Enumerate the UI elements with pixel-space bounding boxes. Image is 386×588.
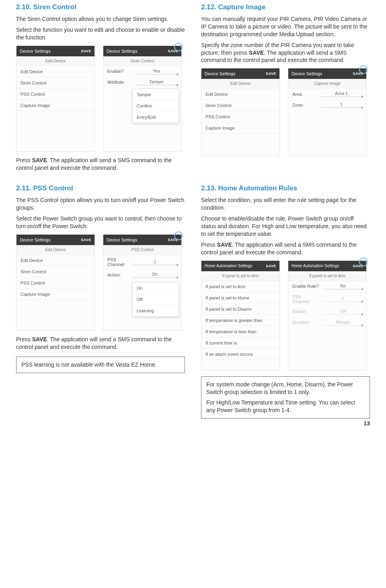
menu-item[interactable]: Learning — [133, 305, 179, 316]
label: PSS Channel: — [292, 294, 320, 304]
fig-210-left: Device Settings SAVE Edit Device Edit De… — [16, 45, 95, 152]
list-item[interactable]: Edit Device — [201, 89, 279, 100]
field-pss-channel[interactable]: PSS Channel: 1 — [103, 255, 181, 269]
fig-212-left: Device Settings SAVE Edit Device Edit De… — [201, 68, 280, 157]
app-header: Home Automation Settings SAVE — [201, 261, 279, 271]
value[interactable]: On — [132, 272, 177, 278]
fig-213-left: Home Automation Settings SAVE If panel i… — [201, 260, 280, 371]
label: Enable Rule? — [292, 284, 320, 289]
fig-212-right: Device Settings SAVE Capture Image Area:… — [288, 68, 367, 157]
label: PSS Channel: — [107, 257, 128, 267]
list-item[interactable]: If panel is set to Arm — [201, 281, 279, 292]
label: Attribute: — [107, 80, 131, 85]
subheader: Edit Device — [201, 79, 279, 89]
menu-item[interactable]: Confirm — [133, 100, 179, 111]
label: Zone: — [292, 103, 316, 107]
app-header: Home Automation Settings SAVE — [288, 261, 366, 271]
list-item[interactable]: Capture Image — [201, 122, 279, 134]
p-213-2: Choose to enable/disable the rule, Power… — [201, 215, 370, 238]
value[interactable]: Tamper — [136, 79, 177, 85]
list-item[interactable]: Edit Device — [16, 255, 94, 266]
save-button[interactable]: SAVE — [353, 264, 363, 268]
field-enable[interactable]: Enable? Yes — [103, 66, 181, 77]
value[interactable]: 1 — [132, 259, 177, 265]
p-211-1: The PSS Control option allows you to tur… — [16, 196, 185, 212]
list-item[interactable]: Capture Image — [16, 100, 94, 111]
field-enable-rule[interactable]: Enable Rule? No — [288, 281, 366, 292]
subheader: Edit Device — [16, 56, 94, 66]
subheader: Capture Image — [288, 79, 366, 89]
app-header: Device Settings SAVE — [16, 235, 94, 245]
subheader: If panel is set to Arm — [288, 271, 366, 281]
p-213-1: Select the condition, you will enter the… — [201, 196, 370, 212]
menu-item[interactable]: Entry/Exit — [133, 111, 179, 123]
heading-212: 2.12. Capture Image — [201, 3, 370, 11]
fig-213-right: Home Automation Settings SAVE If panel i… — [288, 260, 367, 371]
note-211: PSS learning is not available with the V… — [16, 357, 185, 373]
list-item[interactable]: If current time is — [201, 337, 279, 349]
p-212-1: You can manually request your PIR Camera… — [201, 15, 370, 38]
list-item[interactable]: If panel is set to Disarm — [201, 303, 279, 315]
field-attribute[interactable]: Attribute: Tamper — [103, 77, 181, 88]
value[interactable]: Area 1 — [320, 91, 362, 97]
save-button[interactable]: SAVE — [353, 72, 363, 76]
header-title: Device Settings — [107, 49, 137, 54]
dropdown-menu[interactable]: Tamper Confirm Entry/Exit — [132, 89, 179, 123]
p-213-3: Press SAVE. The application will send a … — [201, 241, 370, 256]
list-item[interactable]: If an alarm event occurs — [201, 349, 279, 360]
p-210-2: Select the function you want to edit and… — [16, 26, 185, 41]
save-button[interactable]: SAVE — [81, 238, 91, 242]
value[interactable]: 1 — [320, 102, 362, 108]
app-header: Device Settings SAVE — [103, 46, 181, 56]
list-item[interactable]: Capture Image — [16, 289, 94, 300]
value[interactable]: No — [324, 283, 362, 289]
label: Action: — [107, 272, 128, 277]
list-item[interactable]: If panel is set to Home — [201, 292, 279, 303]
fig-210-right: Device Settings SAVE Siren Control Enabl… — [103, 45, 182, 152]
list-item[interactable]: Siren Control — [201, 100, 279, 111]
label: Duration: — [292, 320, 320, 325]
list-item[interactable]: If temperature is less than — [201, 326, 279, 337]
header-title: Home Automation Settings — [292, 264, 339, 268]
p-210-after: Press SAVE. The application will send a … — [16, 157, 185, 172]
menu-item[interactable]: Off — [133, 294, 179, 305]
page-number: 13 — [363, 420, 370, 427]
field-switch[interactable]: Switch: Off — [288, 306, 366, 317]
subheader: Siren Control — [103, 56, 181, 66]
list-item[interactable]: PSS Control — [16, 89, 94, 100]
p-211-after: Press SAVE. The application will send a … — [16, 336, 185, 351]
field-duration[interactable]: Duration: Always — [288, 317, 366, 328]
value: Always — [324, 320, 362, 326]
save-button[interactable]: SAVE — [168, 238, 178, 242]
field-area[interactable]: Area: Area 1 — [288, 89, 366, 99]
list-item[interactable]: PSS Control — [16, 277, 94, 289]
field-action[interactable]: Action: On — [103, 269, 181, 280]
save-button[interactable]: SAVE — [266, 264, 276, 268]
label: Switch: — [292, 309, 320, 314]
subheader: If panel is set to Arm — [201, 271, 279, 281]
save-button[interactable]: SAVE — [168, 49, 178, 53]
header-title: Device Settings — [292, 71, 322, 76]
app-header: Device Settings SAVE — [16, 46, 94, 56]
dropdown-menu[interactable]: On Off Learning — [132, 282, 179, 317]
value[interactable]: Yes — [136, 68, 177, 74]
menu-item[interactable]: Tamper — [133, 89, 179, 100]
note-213: For system mode change (Arm, Home, Disar… — [201, 376, 370, 419]
list-item[interactable]: PSS Control — [201, 111, 279, 122]
p-210-1: The Siren Control option allows you to c… — [16, 15, 185, 23]
save-button[interactable]: SAVE — [81, 49, 91, 53]
p-212-2: Specify the zone number of the PIR Camer… — [201, 41, 370, 64]
list-item[interactable]: Siren Control — [16, 266, 94, 277]
value: 1 — [324, 296, 362, 302]
menu-item[interactable]: On — [133, 283, 179, 294]
list-item[interactable]: If temperature is greater than — [201, 315, 279, 326]
app-header: Device Settings SAVE — [288, 68, 366, 79]
save-button[interactable]: SAVE — [266, 72, 276, 76]
list-item[interactable]: Edit Device — [16, 66, 94, 77]
list-item[interactable]: Siren Control — [16, 77, 94, 89]
field-pss-channel[interactable]: PSS Channel: 1 — [288, 292, 366, 306]
subheader: PSS Control — [103, 245, 181, 255]
field-zone[interactable]: Zone: 1 — [288, 99, 366, 110]
header-title: Device Settings — [107, 237, 137, 242]
header-title: Home Automation Settings — [205, 264, 252, 268]
